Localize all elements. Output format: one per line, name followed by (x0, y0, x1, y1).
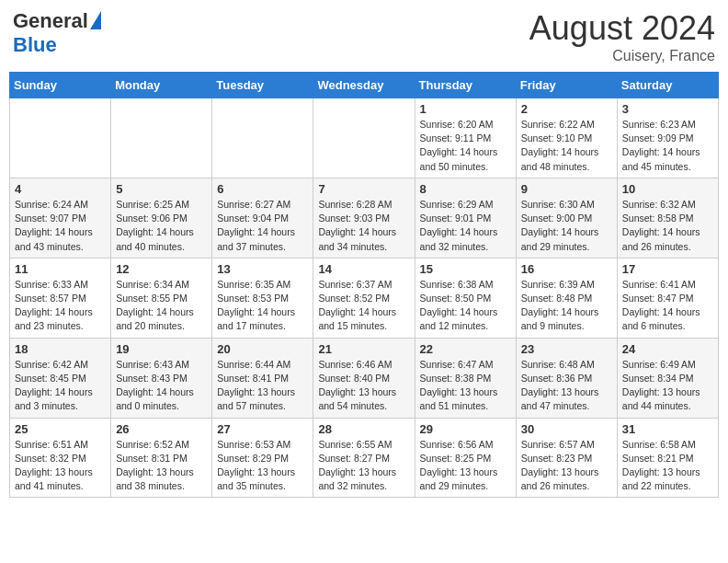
calendar-cell: 24Sunrise: 6:49 AM Sunset: 8:34 PM Dayli… (617, 338, 718, 418)
calendar-header-saturday: Saturday (617, 73, 718, 98)
day-info: Sunrise: 6:37 AM Sunset: 8:52 PM Dayligh… (318, 278, 409, 334)
day-number: 10 (622, 182, 713, 196)
day-info: Sunrise: 6:49 AM Sunset: 8:34 PM Dayligh… (622, 358, 713, 414)
day-number: 1 (420, 102, 511, 116)
calendar-cell: 31Sunrise: 6:58 AM Sunset: 8:21 PM Dayli… (617, 418, 718, 498)
day-number: 21 (318, 342, 409, 356)
day-info: Sunrise: 6:41 AM Sunset: 8:47 PM Dayligh… (622, 278, 713, 334)
day-number: 19 (116, 342, 207, 356)
day-number: 20 (217, 342, 308, 356)
title-area: August 2024 Cuisery, France (529, 9, 715, 64)
calendar-cell: 25Sunrise: 6:51 AM Sunset: 8:32 PM Dayli… (10, 418, 111, 498)
day-info: Sunrise: 6:27 AM Sunset: 9:04 PM Dayligh… (217, 198, 308, 254)
day-info: Sunrise: 6:53 AM Sunset: 8:29 PM Dayligh… (217, 438, 308, 494)
day-number: 13 (217, 262, 308, 276)
logo-blue-text: Blue (13, 33, 57, 57)
day-number: 30 (521, 422, 612, 436)
day-info: Sunrise: 6:35 AM Sunset: 8:53 PM Dayligh… (217, 278, 308, 334)
day-number: 28 (318, 422, 409, 436)
day-info: Sunrise: 6:48 AM Sunset: 8:36 PM Dayligh… (521, 358, 612, 414)
calendar-week-row: 1Sunrise: 6:20 AM Sunset: 9:11 PM Daylig… (10, 98, 719, 178)
calendar-cell: 21Sunrise: 6:46 AM Sunset: 8:40 PM Dayli… (313, 338, 415, 418)
calendar-cell (313, 98, 415, 178)
calendar-cell: 2Sunrise: 6:22 AM Sunset: 9:10 PM Daylig… (516, 98, 617, 178)
day-info: Sunrise: 6:34 AM Sunset: 8:55 PM Dayligh… (116, 278, 207, 334)
page-header: General Blue August 2024 Cuisery, France (9, 9, 719, 64)
day-number: 23 (521, 342, 612, 356)
calendar-cell (10, 98, 111, 178)
calendar-header-thursday: Thursday (415, 73, 516, 98)
day-number: 8 (420, 182, 511, 196)
calendar-cell: 8Sunrise: 6:29 AM Sunset: 9:01 PM Daylig… (415, 178, 516, 258)
day-number: 24 (622, 342, 713, 356)
day-number: 29 (420, 422, 511, 436)
calendar-header-row: SundayMondayTuesdayWednesdayThursdayFrid… (10, 73, 719, 98)
day-info: Sunrise: 6:22 AM Sunset: 9:10 PM Dayligh… (521, 118, 612, 174)
calendar-cell: 30Sunrise: 6:57 AM Sunset: 8:23 PM Dayli… (516, 418, 617, 498)
day-info: Sunrise: 6:51 AM Sunset: 8:32 PM Dayligh… (15, 438, 106, 494)
calendar-cell: 20Sunrise: 6:44 AM Sunset: 8:41 PM Dayli… (212, 338, 313, 418)
calendar-cell: 19Sunrise: 6:43 AM Sunset: 8:43 PM Dayli… (111, 338, 212, 418)
day-info: Sunrise: 6:30 AM Sunset: 9:00 PM Dayligh… (521, 198, 612, 254)
calendar-cell: 28Sunrise: 6:55 AM Sunset: 8:27 PM Dayli… (313, 418, 415, 498)
logo-general-text: General (13, 9, 88, 33)
calendar-cell: 1Sunrise: 6:20 AM Sunset: 9:11 PM Daylig… (415, 98, 516, 178)
calendar-week-row: 4Sunrise: 6:24 AM Sunset: 9:07 PM Daylig… (10, 178, 719, 258)
calendar-cell: 5Sunrise: 6:25 AM Sunset: 9:06 PM Daylig… (111, 178, 212, 258)
calendar-week-row: 18Sunrise: 6:42 AM Sunset: 8:45 PM Dayli… (10, 338, 719, 418)
calendar-cell: 17Sunrise: 6:41 AM Sunset: 8:47 PM Dayli… (617, 258, 718, 338)
day-number: 6 (217, 182, 308, 196)
day-number: 14 (318, 262, 409, 276)
day-number: 3 (622, 102, 713, 116)
day-number: 22 (420, 342, 511, 356)
calendar-cell: 13Sunrise: 6:35 AM Sunset: 8:53 PM Dayli… (212, 258, 313, 338)
day-info: Sunrise: 6:42 AM Sunset: 8:45 PM Dayligh… (15, 358, 106, 414)
day-number: 31 (622, 422, 713, 436)
calendar-table: SundayMondayTuesdayWednesdayThursdayFrid… (9, 72, 719, 498)
month-year-title: August 2024 (529, 9, 715, 48)
calendar-cell: 22Sunrise: 6:47 AM Sunset: 8:38 PM Dayli… (415, 338, 516, 418)
calendar-header-friday: Friday (516, 73, 617, 98)
day-info: Sunrise: 6:52 AM Sunset: 8:31 PM Dayligh… (116, 438, 207, 494)
day-info: Sunrise: 6:38 AM Sunset: 8:50 PM Dayligh… (420, 278, 511, 334)
calendar-cell: 16Sunrise: 6:39 AM Sunset: 8:48 PM Dayli… (516, 258, 617, 338)
location-subtitle: Cuisery, France (529, 48, 715, 64)
day-info: Sunrise: 6:39 AM Sunset: 8:48 PM Dayligh… (521, 278, 612, 334)
day-info: Sunrise: 6:29 AM Sunset: 9:01 PM Dayligh… (420, 198, 511, 254)
calendar-week-row: 25Sunrise: 6:51 AM Sunset: 8:32 PM Dayli… (10, 418, 719, 498)
day-number: 2 (521, 102, 612, 116)
calendar-cell: 23Sunrise: 6:48 AM Sunset: 8:36 PM Dayli… (516, 338, 617, 418)
day-number: 9 (521, 182, 612, 196)
logo-triangle-icon (90, 11, 101, 29)
day-number: 15 (420, 262, 511, 276)
calendar-cell (212, 98, 313, 178)
day-number: 18 (15, 342, 106, 356)
day-info: Sunrise: 6:46 AM Sunset: 8:40 PM Dayligh… (318, 358, 409, 414)
calendar-cell: 4Sunrise: 6:24 AM Sunset: 9:07 PM Daylig… (10, 178, 111, 258)
day-info: Sunrise: 6:55 AM Sunset: 8:27 PM Dayligh… (318, 438, 409, 494)
day-info: Sunrise: 6:24 AM Sunset: 9:07 PM Dayligh… (15, 198, 106, 254)
calendar-cell: 18Sunrise: 6:42 AM Sunset: 8:45 PM Dayli… (10, 338, 111, 418)
calendar-header-monday: Monday (111, 73, 212, 98)
calendar-header-sunday: Sunday (10, 73, 111, 98)
day-info: Sunrise: 6:58 AM Sunset: 8:21 PM Dayligh… (622, 438, 713, 494)
calendar-cell: 27Sunrise: 6:53 AM Sunset: 8:29 PM Dayli… (212, 418, 313, 498)
day-info: Sunrise: 6:23 AM Sunset: 9:09 PM Dayligh… (622, 118, 713, 174)
calendar-cell: 7Sunrise: 6:28 AM Sunset: 9:03 PM Daylig… (313, 178, 415, 258)
calendar-cell (111, 98, 212, 178)
calendar-cell: 6Sunrise: 6:27 AM Sunset: 9:04 PM Daylig… (212, 178, 313, 258)
day-number: 17 (622, 262, 713, 276)
calendar-header-tuesday: Tuesday (212, 73, 313, 98)
calendar-cell: 11Sunrise: 6:33 AM Sunset: 8:57 PM Dayli… (10, 258, 111, 338)
calendar-week-row: 11Sunrise: 6:33 AM Sunset: 8:57 PM Dayli… (10, 258, 719, 338)
day-number: 27 (217, 422, 308, 436)
calendar-cell: 12Sunrise: 6:34 AM Sunset: 8:55 PM Dayli… (111, 258, 212, 338)
day-info: Sunrise: 6:47 AM Sunset: 8:38 PM Dayligh… (420, 358, 511, 414)
day-info: Sunrise: 6:28 AM Sunset: 9:03 PM Dayligh… (318, 198, 409, 254)
day-info: Sunrise: 6:32 AM Sunset: 8:58 PM Dayligh… (622, 198, 713, 254)
day-number: 11 (15, 262, 106, 276)
calendar-cell: 3Sunrise: 6:23 AM Sunset: 9:09 PM Daylig… (617, 98, 718, 178)
calendar-cell: 14Sunrise: 6:37 AM Sunset: 8:52 PM Dayli… (313, 258, 415, 338)
day-number: 12 (116, 262, 207, 276)
day-info: Sunrise: 6:44 AM Sunset: 8:41 PM Dayligh… (217, 358, 308, 414)
